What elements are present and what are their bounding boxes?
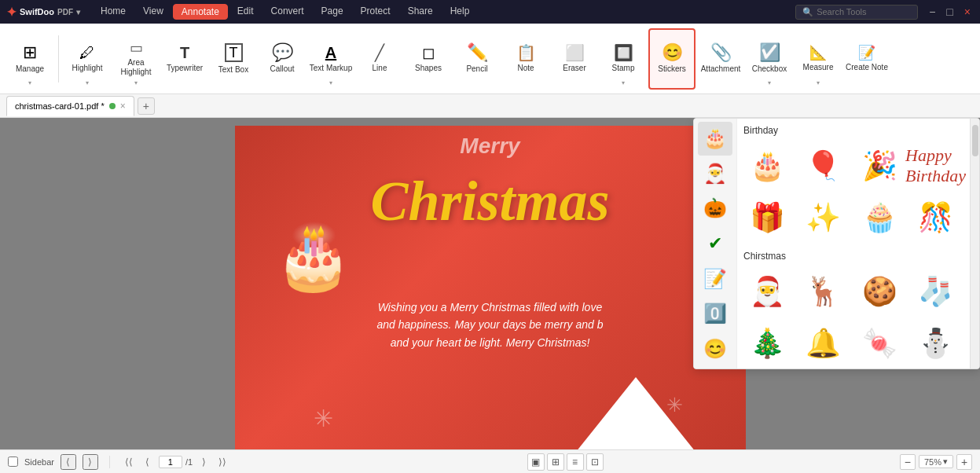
single-page-view-button[interactable]: ▣ (527, 453, 545, 471)
nav-view[interactable]: View (135, 4, 171, 20)
stamp-label: Stamp (612, 64, 635, 73)
sticker-christmas-bell[interactable]: 🔔 (800, 320, 847, 367)
nav-next-page[interactable]: ⟩ (196, 454, 211, 470)
nav-convert[interactable]: Convert (263, 4, 312, 20)
sticker-christmas-snowman[interactable]: ⛄ (912, 320, 960, 367)
shapes-label: Shapes (415, 64, 442, 73)
fit-page-button[interactable]: ⊡ (586, 453, 604, 471)
measure-icon: 📐 (809, 46, 827, 60)
scroll-view-button[interactable]: ≡ (567, 453, 584, 471)
nav-home[interactable]: Home (93, 4, 134, 20)
measure-arrow: ▾ (817, 79, 820, 86)
sticker-birthday-cupcake[interactable]: 🧁 (856, 194, 903, 241)
birthday-sticker-grid: 🎂 🎈 🎉 HappyBirthday 🎁 ✨ 🧁 🎊 (743, 142, 963, 241)
tool-stickers[interactable]: 😊 Stickers (648, 28, 696, 90)
close-button[interactable]: × (961, 6, 974, 18)
pdf-triangle-decoration (573, 377, 699, 449)
tool-eraser[interactable]: ⬜ Eraser (551, 28, 598, 90)
text-markup-arrow: ▾ (329, 79, 332, 86)
sticker-cat-check[interactable]: ✔ (698, 227, 732, 261)
sticker-birthday-confetti[interactable]: 🎊 (912, 194, 960, 241)
text-box-icon: T (225, 43, 243, 62)
sticker-christmas-santa[interactable]: 🎅 (743, 268, 791, 315)
tab-bar: christmas-card-01.pdf * × + (0, 94, 980, 118)
shapes-icon: ◻ (422, 45, 435, 60)
tool-typewriter[interactable]: T Typewriter (161, 28, 208, 90)
nav-protect[interactable]: Protect (353, 4, 398, 20)
tool-callout[interactable]: 💬 Callout (259, 28, 306, 90)
tool-highlight[interactable]: 🖊 Highlight ▾ (64, 28, 111, 90)
tool-checkbox[interactable]: ☑️ Checkbox ▾ (746, 28, 793, 90)
sticker-birthday-party[interactable]: 🎉 (856, 142, 903, 189)
tool-area-highlight[interactable]: ▭ Area Highlight ▾ (112, 28, 160, 90)
nav-page[interactable]: Page (314, 4, 351, 20)
search-input[interactable] (817, 7, 911, 16)
nav-first-page[interactable]: ⟨⟨ (121, 454, 137, 470)
note-label: Note (517, 64, 534, 73)
tool-stamp[interactable]: 🔲 Stamp ▾ (600, 28, 647, 90)
zoom-controls: − 75% ▾ + (900, 454, 972, 470)
nav-prev-page[interactable]: ⟨ (140, 454, 156, 470)
tool-attachment[interactable]: 📎 Attachment (697, 28, 744, 90)
tool-measure[interactable]: 📐 Measure ▾ (795, 28, 842, 90)
sticker-christmas-tree[interactable]: 🎄 (743, 320, 791, 367)
search-box[interactable]: 🔍 (795, 5, 918, 20)
app-name-suffix: PDF (57, 8, 73, 16)
highlight-icon: 🖊 (79, 45, 95, 60)
tool-create-note[interactable]: 📝 Create Note (843, 28, 890, 90)
area-highlight-label: Area Highlight (114, 58, 158, 77)
minimize-button[interactable]: − (926, 6, 938, 18)
sticker-christmas-reindeer[interactable]: 🦌 (800, 268, 847, 315)
sticker-birthday-cake[interactable]: 🎂 (743, 142, 791, 189)
pdf-page: Merry Christmas 🎂 Wishing you a Merry Ch… (235, 126, 746, 449)
sidebar-checkbox[interactable] (8, 456, 18, 467)
nav-share[interactable]: Share (400, 4, 441, 20)
zoom-in-button[interactable]: + (956, 454, 972, 470)
sticker-cat-cake[interactable]: 🎂 (698, 122, 732, 156)
sticker-birthday-balloons[interactable]: 🎈 (800, 142, 847, 189)
area-highlight-icon: ▭ (130, 41, 143, 55)
page-navigation: ⟨⟨ ⟨ /1 ⟩ ⟩⟩ (121, 454, 230, 470)
maximize-button[interactable]: □ (943, 6, 956, 18)
nav-prev-section[interactable]: ⟨ (61, 454, 76, 470)
tool-pencil[interactable]: ✏️ Pencil (453, 28, 501, 90)
tool-text-markup[interactable]: A Text Markup ▾ (307, 28, 354, 90)
nav-annotate[interactable]: Annotate (173, 4, 228, 20)
pdf-merry-text: Merry (235, 134, 746, 159)
sticker-cat-smile[interactable]: 😊 (698, 332, 732, 365)
sticker-cat-zero[interactable]: 0️⃣ (698, 297, 732, 331)
nav-edit[interactable]: Edit (229, 4, 262, 20)
tab-add-button[interactable]: + (138, 97, 155, 115)
tool-line[interactable]: ╱ Line (356, 28, 403, 90)
birthday-section-title: Birthday (743, 125, 963, 136)
tab-label: christmas-card-01.pdf * (15, 101, 105, 111)
sticker-birthday-gift[interactable]: 🎁 (743, 194, 791, 241)
pdf-cake: 🎂 (274, 220, 353, 294)
sticker-christmas-cookie[interactable]: 🍪 (856, 268, 903, 315)
sticker-birthday-happy[interactable]: HappyBirthday (912, 142, 960, 189)
text-box-label: Text Box (218, 65, 248, 75)
nav-last-page[interactable]: ⟩⟩ (215, 454, 230, 470)
two-page-view-button[interactable]: ⊞ (547, 453, 564, 471)
sticker-scrollbar[interactable] (970, 119, 979, 368)
nav-next-section[interactable]: ⟩ (83, 454, 98, 470)
sticker-cat-note[interactable]: 📝 (698, 262, 732, 295)
manage-icon: ⊞ (23, 44, 37, 61)
tool-manage[interactable]: ⊞ Manage ▾ (6, 28, 53, 90)
tool-shapes[interactable]: ◻ Shapes (405, 28, 452, 90)
sticker-cat-pumpkin[interactable]: 🎃 (698, 192, 732, 226)
total-pages: /1 (185, 457, 193, 467)
current-page-input[interactable] (159, 456, 182, 468)
sticker-christmas-stocking[interactable]: 🧦 (912, 268, 960, 315)
tool-note[interactable]: 📋 Note (502, 28, 549, 90)
tab-christmas-card[interactable]: christmas-card-01.pdf * × (6, 96, 134, 116)
pdf-snowflake-left: ✳ (314, 405, 333, 432)
sticker-cat-santa[interactable]: 🎅 (698, 157, 732, 191)
zoom-out-button[interactable]: − (900, 454, 916, 470)
nav-help[interactable]: Help (442, 4, 478, 20)
measure-label: Measure (803, 63, 834, 72)
sticker-birthday-sparkle[interactable]: ✨ (800, 194, 847, 241)
tab-close-button[interactable]: × (120, 101, 126, 112)
sticker-christmas-candy[interactable]: 🍬 (856, 320, 903, 367)
tool-text-box[interactable]: T Text Box (210, 28, 257, 90)
